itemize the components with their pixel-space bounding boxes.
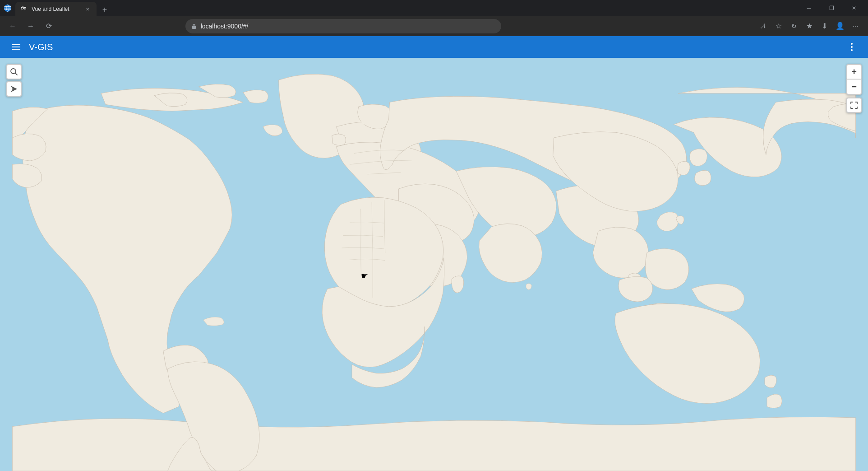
svg-point-5 [851, 43, 853, 45]
minimize-button[interactable]: ─ [799, 1, 819, 15]
map-background: + − ☛ [0, 58, 868, 471]
more-button[interactable]: ··· [848, 19, 863, 33]
nav-right-controls: 𝓐 ☆ ↻ ★ ⬇ 👤 ··· [756, 19, 863, 33]
svg-marker-11 [11, 86, 17, 92]
svg-point-7 [851, 49, 853, 51]
map-container[interactable]: + − ☛ [0, 58, 868, 471]
window-controls: ─ ❐ ✕ [799, 1, 864, 15]
map-controls-left [6, 64, 22, 97]
vertical-dots-icon [846, 42, 857, 52]
fullscreen-button[interactable] [846, 98, 862, 113]
title-bar: 🗺 Vue and Leaflet ✕ + ─ ❐ ✕ [0, 0, 868, 16]
svg-rect-4 [12, 49, 20, 50]
browser-frame: 🗺 Vue and Leaflet ✕ + ─ ❐ ✕ ← → ⟳ localh… [0, 0, 868, 471]
search-icon [10, 68, 18, 76]
fullscreen-icon [850, 101, 858, 109]
browser-icon [4, 4, 12, 12]
reading-mode-button[interactable]: 𝓐 [756, 19, 771, 33]
world-map-svg [0, 58, 868, 471]
tab-favicon: 🗺 [21, 5, 28, 13]
zoom-in-button[interactable]: + [846, 64, 862, 79]
app-more-button[interactable] [843, 38, 861, 56]
nav-bar: ← → ⟳ localhost:9000/#/ 𝓐 ☆ ↻ ★ ⬇ 👤 ··· [0, 16, 868, 36]
title-bar-left [4, 4, 12, 12]
browser-favorites-button[interactable]: ★ [802, 19, 817, 33]
forward-button[interactable]: → [23, 19, 38, 33]
profile-button[interactable]: 👤 [833, 19, 847, 33]
new-tab-button[interactable]: + [98, 4, 111, 16]
map-cursor: ☛ [361, 271, 368, 281]
restore-button[interactable]: ❐ [821, 1, 842, 15]
tab-bar: 🗺 Vue and Leaflet ✕ + [15, 0, 795, 16]
lock-icon [191, 23, 197, 29]
svg-rect-1 [192, 26, 196, 29]
svg-rect-3 [12, 47, 20, 47]
address-bar[interactable]: localhost:9000/#/ [185, 19, 501, 33]
address-text: localhost:9000/#/ [201, 23, 496, 30]
zoom-out-button[interactable]: − [846, 79, 862, 95]
locate-icon [10, 85, 18, 93]
app-content: V-GIS [0, 36, 868, 471]
tab-title: Vue and Leaflet [32, 6, 80, 12]
back-button[interactable]: ← [5, 19, 20, 33]
svg-point-6 [851, 46, 853, 48]
svg-rect-2 [12, 44, 20, 45]
hamburger-menu-button[interactable] [7, 38, 25, 56]
map-controls-right: + − [846, 64, 862, 113]
favorites-button[interactable]: ☆ [771, 19, 786, 33]
hamburger-icon [11, 42, 22, 52]
search-button[interactable] [6, 64, 22, 79]
svg-line-10 [15, 73, 18, 75]
active-tab[interactable]: 🗺 Vue and Leaflet ✕ [15, 2, 97, 16]
refresh-collections-button[interactable]: ↻ [787, 19, 801, 33]
locate-button[interactable] [6, 81, 22, 97]
close-button[interactable]: ✕ [844, 1, 864, 15]
tab-close-button[interactable]: ✕ [84, 5, 91, 13]
app-header: V-GIS [0, 36, 868, 58]
refresh-button[interactable]: ⟳ [42, 19, 56, 33]
downloads-button[interactable]: ⬇ [817, 19, 832, 33]
app-title: V-GIS [29, 42, 53, 52]
